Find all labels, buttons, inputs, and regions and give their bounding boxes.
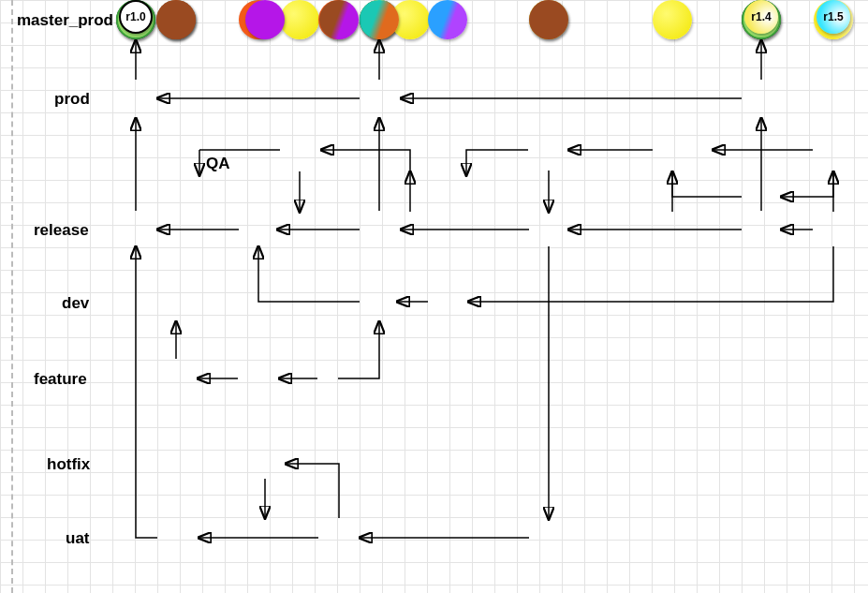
release-r14: r1.4: [744, 0, 778, 34]
uat-node-3: [529, 0, 568, 39]
lane-qa: QA: [206, 155, 230, 173]
lane-uat: uat: [66, 529, 90, 548]
uat-node-1: [156, 0, 196, 39]
lane-prod: prod: [54, 90, 90, 109]
dev-node-2: [360, 0, 399, 39]
qa-node-4: [653, 0, 692, 39]
lane-release: release: [34, 221, 89, 240]
hotfix-node-1: [245, 0, 285, 39]
qa-node-1: [280, 0, 319, 39]
lane-dev: dev: [62, 294, 89, 313]
release-r15: r1.5: [817, 0, 850, 34]
lane-feature: feature: [34, 370, 87, 389]
release-r10: r1.0: [119, 0, 153, 34]
dev-node-3: [428, 0, 467, 39]
lane-master-prod: master_prod: [17, 11, 113, 30]
lane-hotfix: hotfix: [47, 455, 90, 474]
uat-node-2: [319, 0, 359, 39]
arrows-layer: [0, 0, 868, 593]
